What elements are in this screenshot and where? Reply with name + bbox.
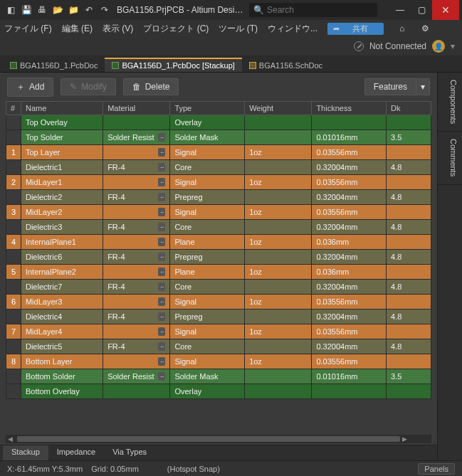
material-picker-icon[interactable]: ···: [158, 223, 166, 231]
scroll-thumb[interactable]: [17, 436, 400, 442]
cell-dk[interactable]: 3.5: [387, 130, 431, 145]
cell-dk[interactable]: 4.8: [387, 310, 431, 324]
add-button[interactable]: ＋Add: [7, 78, 53, 97]
cell-weight[interactable]: 1oz: [245, 145, 312, 160]
share-button[interactable]: ➦共有: [327, 23, 384, 35]
cell-name[interactable]: MidLayer4: [21, 324, 103, 339]
cell-type[interactable]: Core: [170, 280, 245, 295]
tab-via-types[interactable]: Via Types: [104, 445, 155, 460]
cell-thickness[interactable]: 0.03556mm: [312, 295, 387, 310]
material-picker-icon[interactable]: ···: [158, 327, 166, 336]
cell-weight[interactable]: 1oz: [245, 265, 312, 280]
cell-weight[interactable]: 1oz: [245, 235, 312, 250]
cell-material[interactable]: FR-4···: [103, 310, 170, 324]
material-picker-icon[interactable]: ···: [158, 372, 166, 381]
material-picker-icon[interactable]: ···: [158, 342, 166, 351]
material-picker-icon[interactable]: ···: [158, 133, 166, 142]
cell-name[interactable]: Dielectric3: [21, 220, 103, 235]
cell-weight[interactable]: [245, 220, 312, 235]
cell-thickness[interactable]: 0.03556mm: [312, 324, 387, 339]
cell-type[interactable]: Core: [170, 160, 245, 175]
cell-thickness[interactable]: 0.01016mm: [312, 130, 387, 145]
cell-type[interactable]: Solder Mask: [170, 369, 245, 384]
cell-material[interactable]: FR-4···: [103, 339, 170, 354]
table-row[interactable]: 5InternalPlane2···Plane1oz0.036mm: [6, 265, 431, 280]
cell-name[interactable]: Top Solder: [21, 130, 103, 145]
delete-button[interactable]: 🗑Delete: [123, 78, 179, 95]
cell-thickness[interactable]: 0.32004mm: [312, 310, 387, 324]
material-picker-icon[interactable]: ···: [158, 282, 166, 291]
cell-type[interactable]: Core: [170, 339, 245, 354]
cell-weight[interactable]: [245, 280, 312, 295]
cell-name[interactable]: InternalPlane2: [21, 265, 103, 280]
material-picker-icon[interactable]: ···: [158, 312, 166, 321]
cell-thickness[interactable]: 0.32004mm: [312, 160, 387, 175]
cell-dk[interactable]: [387, 295, 431, 310]
table-row[interactable]: 7MidLayer4···Signal1oz0.03556mm: [6, 324, 431, 339]
cell-material[interactable]: ···: [103, 235, 170, 250]
cell-type[interactable]: Overlay: [170, 384, 245, 399]
cell-thickness[interactable]: [312, 115, 387, 130]
doc-tab-schdoc[interactable]: BGA1156.SchDoc: [242, 58, 330, 72]
cell-dk[interactable]: [387, 324, 431, 339]
cell-thickness[interactable]: 0.036mm: [312, 265, 387, 280]
panels-button[interactable]: Panels: [418, 463, 455, 475]
open2-icon[interactable]: 📁: [67, 4, 80, 16]
tab-impedance[interactable]: Impedance: [48, 445, 104, 460]
cell-weight[interactable]: [245, 250, 312, 265]
cell-weight[interactable]: [245, 369, 312, 384]
table-row[interactable]: Dielectric4FR-4···Prepreg0.32004mm4.8: [6, 310, 431, 324]
col-name[interactable]: Name: [21, 102, 103, 115]
doc-tab-pcbdoc[interactable]: BGA1156D_1.PcbDoc: [3, 58, 105, 72]
cell-thickness[interactable]: 0.32004mm: [312, 339, 387, 354]
material-picker-icon[interactable]: ···: [158, 253, 166, 261]
material-picker-icon[interactable]: ···: [158, 148, 166, 157]
cell-thickness[interactable]: 0.32004mm: [312, 190, 387, 205]
cell-thickness[interactable]: 0.32004mm: [312, 280, 387, 295]
panel-components[interactable]: Components: [438, 73, 462, 132]
cell-material[interactable]: FR-4···: [103, 190, 170, 205]
cell-dk[interactable]: [387, 265, 431, 280]
cell-type[interactable]: Solder Mask: [170, 130, 245, 145]
close-button[interactable]: ✕: [432, 0, 459, 20]
material-picker-icon[interactable]: ···: [158, 268, 166, 276]
cell-name[interactable]: MidLayer3: [21, 295, 103, 310]
open-icon[interactable]: 📂: [51, 4, 64, 16]
table-row[interactable]: Bottom SolderSolder Resist···Solder Mask…: [6, 369, 431, 384]
col-thickness[interactable]: Thickness: [312, 102, 387, 115]
cell-type[interactable]: Signal: [170, 354, 245, 369]
cell-weight[interactable]: [245, 160, 312, 175]
cell-material[interactable]: ···: [103, 265, 170, 280]
features-button[interactable]: Features: [364, 78, 416, 95]
cell-material[interactable]: [103, 115, 170, 130]
search-input-wrap[interactable]: 🔍: [249, 3, 377, 17]
user-icon[interactable]: 👤: [432, 40, 445, 53]
cell-name[interactable]: Bottom Overlay: [21, 384, 103, 399]
table-row[interactable]: Dielectric2FR-4···Prepreg0.32004mm4.8: [6, 190, 431, 205]
cell-type[interactable]: Signal: [170, 295, 245, 310]
cell-type[interactable]: Prepreg: [170, 190, 245, 205]
gear-icon[interactable]: ⚙: [421, 23, 429, 33]
dropdown-caret-icon[interactable]: ▾: [451, 41, 455, 51]
cell-name[interactable]: MidLayer2: [21, 205, 103, 220]
cell-type[interactable]: Prepreg: [170, 310, 245, 324]
col-num[interactable]: #: [6, 102, 21, 115]
print-icon[interactable]: 🖶: [36, 4, 48, 16]
table-row[interactable]: Dielectric6FR-4···Prepreg0.32004mm4.8: [6, 250, 431, 265]
undo-icon[interactable]: ↶: [83, 4, 95, 16]
col-weight[interactable]: Weight: [245, 102, 312, 115]
cell-type[interactable]: Prepreg: [170, 250, 245, 265]
tab-stackup[interactable]: Stackup: [3, 445, 48, 460]
table-row[interactable]: Top SolderSolder Resist···Solder Mask0.0…: [6, 130, 431, 145]
cell-name[interactable]: Dielectric1: [21, 160, 103, 175]
horizontal-scrollbar[interactable]: ◀ ▶: [6, 435, 431, 443]
col-material[interactable]: Material: [103, 102, 170, 115]
minimize-button[interactable]: —: [389, 0, 411, 20]
table-row[interactable]: 3MidLayer2···Signal1oz0.03556mm: [6, 205, 431, 220]
cell-material[interactable]: ···: [103, 205, 170, 220]
menu-tool[interactable]: ツール (T): [219, 23, 258, 35]
cell-material[interactable]: ···: [103, 295, 170, 310]
cell-dk[interactable]: [387, 384, 431, 399]
cell-name[interactable]: Top Overlay: [21, 115, 103, 130]
cell-weight[interactable]: [245, 310, 312, 324]
